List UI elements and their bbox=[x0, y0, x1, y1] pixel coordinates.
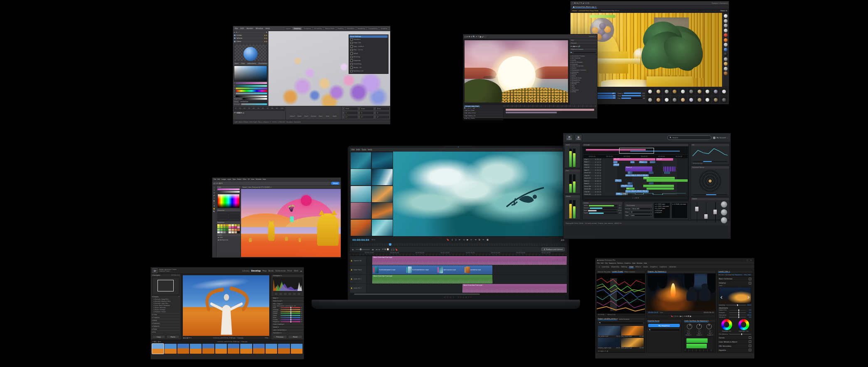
material-thumb[interactable] bbox=[688, 88, 695, 95]
brush-sphere[interactable] bbox=[724, 57, 728, 61]
preset-group[interactable]: ▸ Creative bbox=[152, 316, 180, 318]
workspace-tab[interactable]: Editing bbox=[621, 266, 627, 268]
audio-clip[interactable] bbox=[613, 161, 617, 164]
preset-group[interactable]: ▸ Defaults bbox=[152, 325, 180, 327]
effect-category[interactable]: ▸ Utility bbox=[570, 91, 596, 93]
effects-search-input[interactable] bbox=[573, 51, 596, 54]
menu-item[interactable]: View bbox=[632, 262, 635, 264]
transport-controls[interactable]: 🔖 { } ⇤ ◁ ▶ ▷ ⇥ ⧉ ✂ ▣ bbox=[378, 238, 558, 241]
audio-clip[interactable]: Snr_4 bbox=[642, 190, 649, 193]
workspace-tab[interactable]: Texture Paint bbox=[324, 27, 336, 30]
material-swatch[interactable]: Pearl bbox=[318, 109, 324, 117]
swatch[interactable] bbox=[234, 229, 237, 231]
mute-button[interactable] bbox=[595, 164, 597, 166]
transport-controls[interactable]: 🔖 { } ⇤ ◁ ▶ ▷ ⇥ ⧉ ⬒ ▣ bbox=[647, 314, 716, 318]
clip-thumbnail[interactable] bbox=[372, 203, 393, 219]
menu-item[interactable]: View bbox=[251, 179, 254, 180]
swatch[interactable] bbox=[220, 229, 223, 231]
checkbox[interactable] bbox=[350, 66, 353, 69]
solo-button[interactable] bbox=[597, 188, 599, 190]
overlay-row[interactable]: Type · Uniform bbox=[349, 45, 388, 49]
preset-group[interactable]: ▸ Era bbox=[152, 330, 180, 333]
file-list-secondary[interactable]: ▸ 🗀 0048_mix.wav bbox=[671, 203, 688, 218]
mute-button[interactable] bbox=[595, 188, 597, 190]
solo-button[interactable] bbox=[597, 183, 599, 185]
material-thumb[interactable] bbox=[647, 96, 654, 104]
edit-icons[interactable]: ✂ ⧉ 📋 bbox=[382, 248, 389, 251]
lumetri-section[interactable]: Vignette bbox=[717, 348, 753, 352]
document-tab[interactable]: ● Composition_Room.spp × bbox=[572, 6, 597, 8]
audio-clip[interactable]: Fill bbox=[626, 188, 634, 190]
timeline-ruler[interactable] bbox=[504, 105, 597, 108]
swatch[interactable] bbox=[217, 231, 220, 233]
track-header[interactable]: Drum 06 bbox=[583, 193, 602, 196]
font-field[interactable] bbox=[217, 218, 229, 221]
fader[interactable] bbox=[702, 201, 709, 223]
material-thumb[interactable] bbox=[696, 96, 703, 104]
swatch[interactable] bbox=[231, 224, 234, 226]
track-lane[interactable]: Wave Overview Final.mp4 bbox=[366, 275, 567, 284]
overlay-row[interactable]: Snap 2.5D bbox=[349, 42, 388, 45]
color-slider[interactable]: H bbox=[233, 90, 268, 92]
material-thumb[interactable] bbox=[696, 88, 703, 95]
workspace-tab[interactable]: Color bbox=[629, 266, 633, 268]
clip-thumbnail[interactable] bbox=[372, 152, 393, 169]
material-thumb[interactable] bbox=[704, 96, 711, 104]
timeline-lanes[interactable] bbox=[504, 105, 597, 117]
filmstrip-thumb[interactable] bbox=[266, 344, 277, 354]
eq-curve[interactable] bbox=[691, 146, 729, 159]
panel-section[interactable]: Transform ▾ bbox=[271, 331, 304, 334]
record-button[interactable] bbox=[600, 175, 601, 176]
project-tab[interactable]: Project: campfire_stories ≡ bbox=[598, 318, 617, 320]
audio-block[interactable] bbox=[686, 344, 707, 348]
brush-sphere[interactable] bbox=[724, 71, 728, 75]
color-slider[interactable]: V bbox=[233, 95, 268, 97]
options-icons[interactable]: 🖌 ▾ ✦ ⬒ ⚙ bbox=[214, 182, 223, 184]
brush-sphere[interactable] bbox=[724, 24, 728, 27]
overlay-row[interactable]: Smoothing bbox=[349, 63, 388, 66]
pan-knob[interactable] bbox=[696, 324, 702, 329]
lumetri-section[interactable]: HSL Secondary bbox=[717, 344, 753, 348]
ui-mode-label[interactable]: Classic UI bbox=[720, 10, 727, 12]
gradient-slider[interactable] bbox=[217, 188, 240, 190]
outliner-item[interactable]: Cloner◉ ◉ bbox=[233, 40, 268, 43]
audio-clip[interactable]: Wave Overview Final.mp4 bbox=[372, 256, 567, 265]
workspace-tab[interactable]: Audio bbox=[643, 266, 648, 268]
checkbox[interactable] bbox=[749, 282, 751, 284]
record-button[interactable] bbox=[600, 178, 601, 179]
swatch[interactable] bbox=[229, 229, 231, 231]
menu-item[interactable]: Help bbox=[644, 262, 647, 264]
menu-item[interactable]: Edit bbox=[601, 262, 604, 264]
brush-tool[interactable] bbox=[297, 292, 301, 296]
hsl-header[interactable]: HSL / Color ▾ bbox=[271, 302, 304, 305]
audio-clip[interactable] bbox=[649, 171, 653, 174]
filter-icon[interactable]: ▼ bbox=[266, 32, 267, 33]
checkbox[interactable] bbox=[749, 349, 751, 351]
font-field[interactable] bbox=[217, 212, 229, 215]
record-button[interactable] bbox=[600, 194, 601, 196]
playhead[interactable] bbox=[389, 243, 391, 246]
track-header[interactable]: Beat 2 bbox=[583, 164, 602, 166]
tool-icon[interactable]: ✎ bbox=[214, 197, 215, 199]
visibility-icon[interactable]: ◉ ◉ bbox=[264, 34, 267, 36]
module-tab[interactable]: Book bbox=[268, 269, 273, 272]
solo-button[interactable] bbox=[597, 164, 599, 166]
clip-thumbnail[interactable] bbox=[372, 220, 393, 236]
swatch[interactable] bbox=[223, 231, 226, 233]
menu-item[interactable]: Window bbox=[256, 27, 263, 29]
solo-button[interactable] bbox=[597, 172, 599, 174]
fit-dropdown[interactable]: Fit ▾ bbox=[372, 239, 375, 241]
color-slider[interactable]: S bbox=[233, 93, 268, 95]
workspace-tab[interactable]: Shading bbox=[337, 27, 345, 30]
module-tab[interactable]: Print bbox=[288, 269, 293, 272]
transform-field[interactable]: 0 cm bbox=[360, 108, 373, 110]
preview-panel-header[interactable]: Preview bbox=[570, 42, 597, 45]
layer-item[interactable]: ◉ Background bbox=[216, 239, 241, 241]
material-thumb[interactable] bbox=[704, 88, 711, 95]
brush-slider[interactable]: Opacity100 bbox=[617, 93, 645, 94]
file-item[interactable]: ▸ 🗀 0048_mix.wav bbox=[673, 203, 686, 206]
file-item[interactable]: ▸ 0024.fx bbox=[655, 211, 669, 213]
audio-clip[interactable] bbox=[628, 171, 633, 174]
tool-icon[interactable]: 🖌 bbox=[214, 194, 215, 196]
font-field[interactable] bbox=[217, 215, 229, 218]
